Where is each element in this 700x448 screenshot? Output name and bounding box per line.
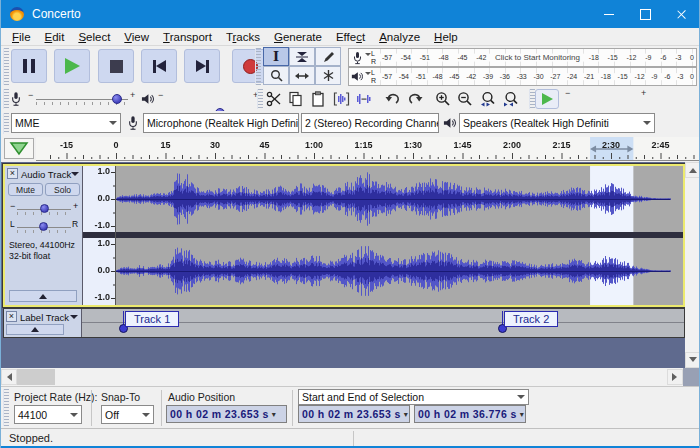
label-track-title[interactable]: Label Track	[20, 312, 69, 323]
timeline-ruler[interactable]	[36, 137, 700, 161]
menu-help[interactable]: Help	[427, 31, 465, 43]
monitoring-hint-text[interactable]: Click to Start Monitoring	[495, 53, 580, 62]
mute-button[interactable]: Mute	[8, 183, 43, 196]
zoom-out-button[interactable]	[454, 88, 475, 109]
mixer-toolbar-gripper[interactable]	[3, 89, 9, 109]
selection-start-field[interactable]: 00 h 02 m 23.653 s▾	[298, 405, 410, 423]
redo-button[interactable]	[404, 88, 425, 109]
scroll-left-button[interactable]	[1, 369, 17, 385]
play-button[interactable]	[54, 49, 90, 83]
track-format-line2: 32-bit float	[9, 251, 50, 261]
device-toolbar-gripper[interactable]	[3, 113, 9, 134]
playback-device-dropdown[interactable]: Speakers (Realtek High Definiti	[459, 113, 655, 133]
waveform-display[interactable]	[116, 166, 683, 305]
selection-end-field[interactable]: 00 h 02 m 36.776 s▾	[414, 405, 526, 423]
multi-tool-button[interactable]	[315, 66, 341, 85]
gain-slider[interactable]	[17, 202, 71, 216]
menu-bar: FileEditSelectViewTransportTracksGenerat…	[1, 28, 699, 46]
tools-toolbar-gripper[interactable]	[255, 48, 261, 85]
solo-button[interactable]: Solo	[45, 183, 80, 196]
menu-select[interactable]: Select	[71, 31, 117, 43]
record-volume-thumb[interactable]	[112, 94, 122, 104]
cut-button[interactable]	[263, 88, 284, 109]
play-icon	[65, 58, 80, 74]
horizontal-scroll-thumb[interactable]	[17, 369, 55, 385]
close-button[interactable]	[663, 0, 699, 28]
menu-tracks[interactable]: Tracks	[219, 31, 267, 43]
audio-position-field[interactable]: 00 h 02 m 23.653 s▾	[166, 405, 287, 423]
recording-channels-dropdown[interactable]: 2 (Stereo) Recording Channels	[301, 113, 439, 133]
skip-to-start-button[interactable]	[141, 49, 177, 83]
audio-position-label: Audio Position	[168, 391, 235, 403]
menu-file[interactable]: File	[5, 31, 38, 43]
menu-effect[interactable]: Effect	[329, 31, 372, 43]
status-bar: Stopped.	[1, 428, 699, 448]
zoom-selection-button[interactable]	[478, 88, 499, 109]
zoom-selection-icon	[480, 91, 497, 107]
scroll-up-button[interactable]	[685, 162, 700, 178]
audio-track-collapse-button[interactable]	[9, 290, 77, 302]
playback-meter[interactable]: LR -57-54-51-48-45-42-39-36-33-30-27-24-…	[348, 67, 697, 86]
meter-scale-tick: -51	[420, 53, 430, 62]
label-track-menu-arrow[interactable]	[70, 315, 78, 323]
snap-to-dropdown[interactable]: Off	[101, 405, 154, 424]
copy-button[interactable]	[285, 88, 306, 109]
label-text[interactable]: Track 2	[504, 311, 558, 327]
record-volume-slider[interactable]	[36, 92, 128, 106]
pan-left-label: L	[10, 219, 15, 229]
envelope-tool-button[interactable]	[289, 47, 315, 66]
stop-button[interactable]	[98, 49, 134, 83]
timeshift-tool-button[interactable]	[289, 66, 315, 85]
menu-analyze[interactable]: Analyze	[372, 31, 427, 43]
menu-generate[interactable]: Generate	[267, 31, 329, 43]
label-zone[interactable]: Track 1Track 2	[82, 309, 684, 337]
device-mic-icon	[128, 115, 138, 131]
draw-tool-button[interactable]	[315, 47, 341, 66]
audio-track-close-button[interactable]: ×	[7, 168, 18, 179]
pause-button[interactable]	[11, 49, 47, 83]
paste-button[interactable]	[307, 88, 328, 109]
silence-audio-button[interactable]	[353, 88, 374, 109]
zoom-tool-button[interactable]	[263, 66, 289, 85]
track-format-line1: Stereo, 44100Hz	[9, 240, 75, 250]
label-track-collapse-button[interactable]	[6, 324, 64, 335]
maximize-button[interactable]	[627, 0, 663, 28]
zoom-fit-button[interactable]	[501, 88, 522, 109]
meter-scale-tick: -36	[500, 73, 510, 81]
label-track-close-button[interactable]: ×	[6, 311, 17, 322]
audio-host-value: MME	[15, 117, 40, 129]
horizontal-scrollbar[interactable]	[1, 368, 683, 386]
selection-mode-dropdown[interactable]: Start and End of Selection	[298, 389, 529, 405]
menu-edit[interactable]: Edit	[38, 31, 72, 43]
play-at-speed-button[interactable]	[535, 89, 559, 109]
scroll-down-button[interactable]	[685, 352, 700, 368]
audio-host-dropdown[interactable]: MME	[11, 113, 121, 133]
vertical-scrollbar[interactable]	[685, 162, 700, 368]
menu-view[interactable]: View	[117, 31, 156, 43]
recording-device-dropdown[interactable]: Microphone (Realtek High Defini	[143, 113, 299, 133]
minimize-button[interactable]	[591, 0, 627, 28]
skip-to-end-button[interactable]	[184, 49, 220, 83]
pan-thumb[interactable]	[39, 222, 48, 231]
gain-thumb[interactable]	[40, 204, 49, 213]
recording-meter[interactable]: LR -57-54-51-48-45-42Click to Start Moni…	[348, 48, 697, 67]
close-icon	[676, 9, 687, 20]
pan-slider[interactable]	[17, 220, 71, 234]
meter-scale-tick: -6	[660, 53, 666, 62]
title-bar[interactable]: Concerto	[1, 0, 699, 28]
meter-scale-tick: 0	[690, 53, 694, 62]
quick-play-button[interactable]	[4, 138, 34, 159]
selection-tool-button[interactable]: I	[263, 47, 289, 66]
project-rate-dropdown[interactable]: 44100	[14, 405, 82, 424]
menu-transport[interactable]: Transport	[156, 31, 219, 43]
label-text[interactable]: Track 1	[125, 311, 179, 327]
undo-button[interactable]	[382, 88, 403, 109]
trim-audio-button[interactable]	[331, 88, 352, 109]
audio-track-menu-arrow[interactable]	[71, 172, 79, 180]
meter-scale-tick: -18	[601, 73, 611, 81]
audio-track-title[interactable]: Audio Track	[21, 169, 71, 180]
zoom-in-button[interactable]	[432, 88, 453, 109]
selection-toolbar-gripper[interactable]	[3, 389, 9, 426]
transport-toolbar-gripper[interactable]	[3, 48, 9, 85]
scroll-right-button[interactable]	[667, 369, 683, 385]
